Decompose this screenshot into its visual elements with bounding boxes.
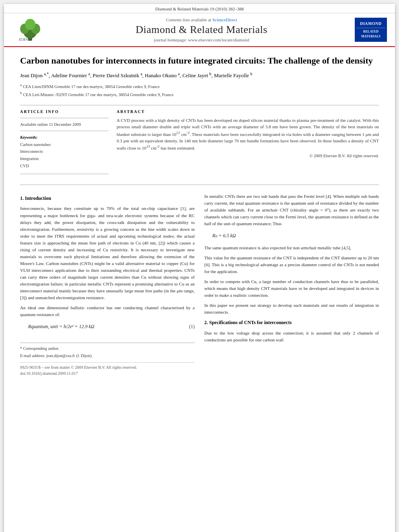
keyword-2: Interconnects [20, 148, 109, 155]
right-para4: In order to compete with Cu, a large num… [204, 278, 379, 299]
article-info-label: ARTICLE INFO [20, 109, 109, 114]
right-para5: In this paper we present our strategy to… [204, 302, 379, 316]
affiliation-a: a CEA Liten/DINM Grenoble 17 rue des mar… [20, 82, 379, 90]
right-para3: This value for the quantum resistance of… [204, 255, 379, 275]
footnotes: * Corresponding author. E-mail address: … [20, 343, 195, 359]
copyright: © 2009 Elsevier B.V. All rights reserved… [117, 154, 379, 158]
authors: Jean Dijon a,*, Adeline Fournier a, Pier… [20, 72, 379, 79]
article-info-section: ARTICLE INFO Available online 11 Decembe… [20, 109, 109, 178]
section1-para1: Interconnects, because they constitute u… [20, 205, 195, 301]
journal-reference: Diamond & Related Materials 19 (2010) 38… [4, 4, 395, 13]
affiliations: a CEA Liten/DINM Grenoble 17 rue des mar… [20, 82, 379, 99]
badge-line2: RELATED [356, 29, 385, 34]
formula-1: Rquantum, unit = h/2e² = 12.9 kΩ (1) [28, 323, 195, 331]
formula-2: R₀ = 6.5 kΩ [212, 232, 379, 240]
available-online: Available online 11 December 2009 [20, 122, 109, 127]
formula-2-text: R₀ = 6.5 kΩ [212, 233, 236, 238]
divider-2 [20, 185, 379, 185]
footer-bar: 0925-9635/$ – see front matter © 2009 El… [20, 362, 195, 371]
section1-para2: An ideal one dimensional ballistic condu… [20, 304, 195, 318]
section1-heading: 1. Introduction [20, 195, 195, 202]
affiliation-b: b CEA Leti-Minatec /D2NT Grenoble 17 rue… [20, 90, 379, 98]
badge-title: DIAMOND [356, 21, 385, 28]
divider-end-info [20, 174, 109, 174]
page: Diamond & Related Materials 19 (2010) 38… [4, 4, 395, 532]
formula-1-number: (1) [189, 323, 195, 331]
article-title: Carbon nanotubes for interconnects in fu… [20, 55, 379, 67]
section2-heading: 2. Specifications of CNTs for interconne… [204, 319, 379, 327]
left-column: 1. Introduction Interconnects, because t… [20, 193, 195, 377]
footer-issn: 0925-9635/$ – see front matter © 2009 El… [20, 364, 137, 371]
journal-title: Diamond & Related Materials [48, 24, 355, 36]
keyword-1: Carbon nanotubes [20, 141, 109, 148]
abstract-label: ABSTRACT [117, 109, 379, 114]
journal-center: Contents lists available at ScienceDirec… [48, 17, 355, 42]
divider-1 [20, 105, 379, 105]
keyword-4: CVD [20, 162, 109, 170]
right-para1: In metallic CNTs there are two sub bands… [204, 193, 379, 227]
sciencedirect-info: Contents lists available at ScienceDirec… [48, 17, 355, 22]
footnote-corresponding: * Corresponding author. [20, 345, 195, 352]
elsevier-tree-icon: ELSEVIER [16, 18, 44, 42]
sciencedirect-link[interactable]: ScienceDirect [212, 17, 237, 22]
svg-point-4 [25, 19, 35, 30]
right-column: In metallic CNTs there are two sub bands… [204, 193, 379, 377]
journal-homepage: journal homepage: www.elsevier.com/locat… [48, 37, 355, 42]
right-para2: The same quantum resistance is also expe… [204, 244, 379, 251]
svg-text:ELSEVIER: ELSEVIER [19, 38, 32, 41]
section2-para1: Due to the low voltage drop across the c… [204, 330, 379, 343]
formula-1-text: Rquantum, unit = h/2e² = 12.9 kΩ [28, 323, 94, 331]
divider-info [20, 118, 109, 118]
footnote-email: E-mail address: jean.dijon@cea.fr (J. Di… [20, 353, 195, 359]
diamond-badge: DIAMOND RELATED MATERIALS [355, 18, 387, 41]
article-content: Carbon nanotubes for interconnects in fu… [4, 47, 395, 385]
divider-keywords [20, 131, 109, 131]
keyword-3: Integration [20, 155, 109, 162]
abstract-section: ABSTRACT A CVD process with a high densi… [117, 109, 379, 178]
abstract-text: A CVD process with a high density of CNT… [117, 117, 379, 152]
article-info-abstract: ARTICLE INFO Available online 11 Decembe… [20, 109, 379, 178]
badge-line3: MATERIALS [356, 34, 385, 39]
main-body: 1. Introduction Interconnects, because t… [20, 193, 379, 377]
footer-doi: doi:10.1016/j.diamond.2009.11.017 [20, 370, 195, 377]
elsevier-logo: ELSEVIER [12, 18, 48, 42]
journal-header: ELSEVIER Contents lists available at Sci… [4, 13, 395, 47]
keywords-label: Keywords: [20, 135, 109, 140]
keywords-list: Carbon nanotubes Interconnects Integrati… [20, 141, 109, 170]
